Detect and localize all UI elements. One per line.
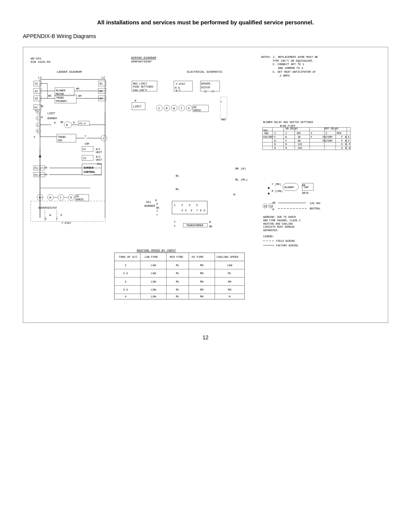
r-circle2: R [166, 107, 167, 110]
row5-cool: H [229, 295, 230, 298]
ecn-label: ECN 4429-PH [31, 60, 51, 64]
bk-label-b: BK [156, 207, 159, 209]
de-label2: DE [194, 106, 197, 109]
w-circle2: W [173, 107, 175, 110]
w-label2: W [73, 121, 75, 124]
8-val: 8 [341, 147, 343, 150]
bl-label3: BL [176, 187, 180, 191]
oil-label: OIL [146, 200, 151, 204]
fuse-values: 15A 130°F [133, 89, 147, 92]
warning-label: WARNING: DUE TO SHOCK [263, 216, 296, 219]
t-stat-wy: W Y [176, 89, 180, 92]
t-stat-label: T-STAT [62, 222, 71, 225]
conn-4: 4 [181, 209, 183, 212]
blower-delay-label: BLOWER DELAY SW2 SWITCH SETTINGS [263, 121, 313, 124]
svg-rect-93 [115, 253, 245, 299]
humid-label2: HUMID [194, 109, 201, 112]
sw2-label: SW2 [221, 118, 226, 121]
bl-ml-label: BL (ML) [235, 178, 248, 181]
row1-cool: LOW [227, 264, 233, 267]
sw2-col-label: SW2 [264, 132, 269, 135]
svg-point-83 [268, 193, 270, 195]
row3-ml: ML [176, 280, 179, 283]
s2-circle: S2 [264, 205, 267, 208]
col-hi-fire: HI FIRE [192, 256, 204, 259]
row1-tons: 2 [125, 264, 126, 267]
col-1: 1 [285, 132, 287, 135]
svg-rect-48 [31, 201, 105, 222]
y-mh-label: Y (MH) [272, 183, 281, 186]
w-label-b: W [155, 199, 157, 202]
col-min: MIN [337, 132, 341, 135]
appendix-title: APPENDIX-B Wiring Diagrams [23, 33, 388, 39]
row3-low: LOW [151, 280, 156, 283]
n-val1: N [285, 136, 287, 139]
heating-speed-title: HEATING SPEED BY INPUT [137, 249, 176, 252]
n-n1: N [274, 147, 276, 150]
f-val1: F [274, 136, 276, 139]
transformer-label: TRANSFORMER [186, 224, 203, 227]
page-number: 12 [23, 334, 388, 340]
off-delay-header: OFF DELAY [325, 127, 339, 130]
trans-sec-label: TRANS [58, 136, 66, 139]
circle-1: 1 [37, 117, 38, 120]
br-label: BR [302, 184, 305, 187]
col-tons: TONS OF A/C [119, 256, 137, 259]
warning-text: All installations and services must be p… [23, 19, 388, 26]
x-label2: X [196, 204, 198, 207]
blower-label: BLOWER [56, 89, 65, 92]
4-val: 4 [348, 136, 349, 139]
x-label: X [34, 136, 35, 139]
w-label1: W [41, 116, 43, 119]
row5-ml: ML [176, 295, 179, 298]
120-val: 120 [298, 143, 302, 146]
r-low-label: R (LOW) [272, 190, 283, 193]
f-val3: F [341, 136, 343, 139]
n-n3: N [345, 147, 346, 150]
row3-mh: MH [200, 280, 204, 283]
conn-3: 3 [189, 204, 190, 207]
field-wiring-label: FIELD WIRING [276, 240, 295, 243]
conn-9: 9 [204, 209, 205, 212]
electrical-label: ELECTRICAL SCHEMATIC [187, 70, 223, 73]
bk-label2: BK [61, 121, 64, 124]
legend-label: LEGEND: [263, 235, 274, 238]
warning-line5: SEPARATED. [263, 229, 279, 232]
s3-label: S3 [35, 97, 38, 100]
n-f2: N [274, 143, 276, 146]
f-val4: F [341, 140, 343, 142]
br-w-label: BR/W [302, 192, 309, 195]
bk-h-label: BK (H) [235, 167, 246, 170]
factory-3: FACTORY [323, 140, 333, 142]
warning-line4: CIRCUITS MUST REMAIN [263, 225, 294, 228]
notes-line1: NOTES: 1. REPLACEMENT WIRE MUST BE [261, 56, 318, 59]
row2-mh: MH [200, 272, 204, 275]
bl-label2: BL [176, 174, 180, 177]
row4-tons: 3.5 [123, 288, 128, 291]
wd-label: WD-561 [31, 57, 41, 60]
page: All installations and services must be p… [0, 0, 411, 532]
wiring-diagram-model: OH6FA072D48* [131, 60, 153, 63]
control-label: CONTROL [84, 171, 96, 174]
n-val2: N [345, 136, 346, 139]
r-label-limit: R [135, 100, 136, 102]
c-circle: C [103, 137, 105, 140]
6-val: 6 [341, 143, 343, 146]
w-label-t: W [209, 220, 211, 224]
row5-low: LOW [151, 295, 156, 298]
svg-rect-64 [172, 201, 207, 214]
a-c-label2: A/C [96, 155, 100, 158]
y-label-b: Y [156, 214, 158, 217]
factory-wiring-label: FACTORY WIRING [276, 244, 298, 247]
4cc-label: 4CC [97, 163, 102, 166]
col-cooling-speed: COOLING SPEED [217, 256, 239, 259]
svg-rect-22 [64, 122, 72, 128]
t-stat-elec-label: T-STAT [176, 83, 185, 86]
warning-line3: HEATING AND COOLING [263, 222, 293, 225]
row2-low: LOW [151, 272, 156, 275]
limit-label2: LIMIT [133, 105, 142, 108]
conn-2: 2 [181, 204, 183, 207]
wh-label2: WH [78, 94, 81, 97]
n-val3: N [345, 140, 346, 142]
n-f1: N [274, 140, 276, 142]
